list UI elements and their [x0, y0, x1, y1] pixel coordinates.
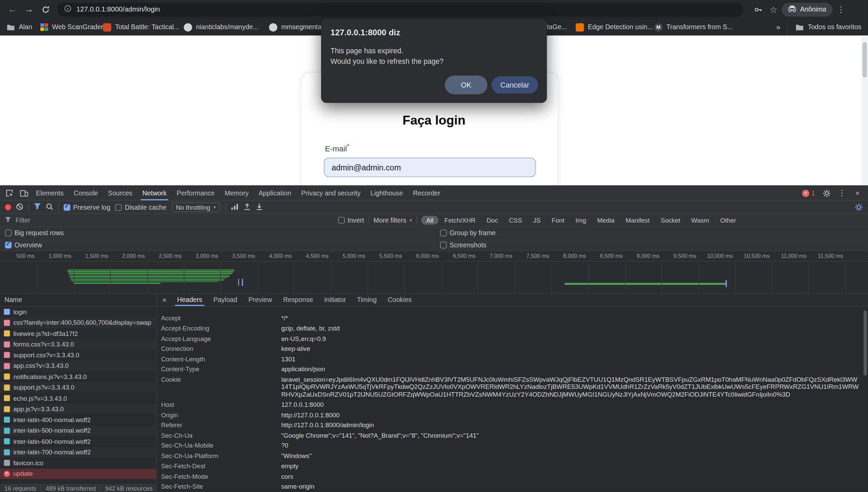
dialog-cancel-button[interactable]: Cancelar [492, 76, 538, 94]
header-value: http://127.0.0.1:8000 [281, 411, 868, 419]
bookmark-item[interactable]: M Transformers from S... [654, 19, 733, 35]
devtools-tab[interactable]: Sources [103, 186, 137, 200]
details-tab[interactable]: Payload [208, 294, 243, 306]
devtools-tab[interactable]: Privacy and security [296, 186, 365, 200]
import-har-icon[interactable] [243, 203, 251, 212]
password-key-icon[interactable] [751, 2, 765, 17]
bookmark-item[interactable]: Alan [7, 19, 32, 35]
request-type-chip[interactable]: Other [715, 216, 741, 225]
devtools-tab[interactable]: Recorder [408, 186, 445, 200]
network-request-row[interactable]: echo.js?v=3.3.43.0 [0, 393, 156, 404]
invert-checkbox[interactable]: Invert [338, 216, 364, 224]
browser-menu-icon[interactable]: ⋮ [837, 4, 845, 14]
network-request-row[interactable]: update [0, 468, 156, 479]
network-request-row[interactable]: support.js?v=3.3.43.0 [0, 382, 156, 393]
network-request-row[interactable]: inter-latin-500-normal.woff2 [0, 425, 156, 436]
network-settings-gear-icon[interactable] [851, 200, 866, 214]
record-icon[interactable] [5, 204, 11, 210]
dialog-ok-button[interactable]: OK [446, 76, 487, 94]
details-tab[interactable]: Headers [172, 294, 208, 306]
export-har-icon[interactable] [256, 203, 263, 212]
request-type-chip[interactable]: Socket [656, 216, 685, 225]
header-name: Sec-Fetch-Site [157, 483, 281, 491]
details-scrollbar-thumb[interactable] [864, 310, 867, 376]
forward-icon[interactable]: → [21, 2, 37, 17]
bookmark-item[interactable]: Web ScanGrader [40, 19, 103, 35]
network-conditions-icon[interactable] [231, 203, 239, 211]
screenshots-checkbox[interactable]: Screenshots [440, 239, 486, 250]
network-request-row[interactable]: app.css?v=3.3.43.0 [0, 360, 156, 371]
bookmark-label: taGe... [547, 23, 567, 31]
request-type-chip[interactable]: Img [571, 216, 591, 225]
bookmark-item[interactable]: Edge Detection usin... [576, 19, 653, 35]
throttling-dropdown[interactable]: No throttling ▾ [171, 203, 220, 212]
devtools-tab[interactable]: Memory [220, 186, 254, 200]
throttling-value: No throttling [176, 204, 210, 211]
email-input[interactable]: admin@admin.com [324, 158, 536, 177]
devtools-tab[interactable]: Elements [31, 186, 69, 200]
page-scrollbar[interactable] [861, 35, 868, 185]
device-toolbar-icon[interactable] [17, 186, 31, 200]
devtools-tab[interactable]: Lighthouse [366, 186, 408, 200]
bookmark-item[interactable]: Total Battle: Tactical... [103, 19, 179, 35]
network-request-row[interactable]: livewire.js?id=df3a17f2 [0, 328, 156, 339]
details-tab[interactable]: Initiator [318, 294, 351, 306]
bookmarks-overflow-chevron-icon[interactable]: » [776, 19, 780, 35]
request-type-chip[interactable]: Doc [482, 216, 503, 225]
request-type-chip[interactable]: JS [528, 216, 546, 225]
clear-icon[interactable] [16, 203, 23, 212]
back-icon[interactable]: ← [4, 2, 20, 17]
name-column-header[interactable]: Name [0, 294, 156, 307]
devtools-menu-icon[interactable]: ⋮ [835, 186, 849, 200]
request-type-chip[interactable]: All [421, 216, 438, 225]
group-by-frame-checkbox[interactable]: Group by frame [440, 227, 496, 239]
devtools-tab[interactable]: Console [69, 186, 103, 200]
request-type-chip[interactable]: CSS [504, 216, 527, 225]
request-type-chip[interactable]: Manifest [621, 216, 654, 225]
devtools-tab[interactable]: Application [254, 186, 296, 200]
reload-icon[interactable] [38, 2, 53, 17]
all-bookmarks-folder[interactable]: Todos os favoritos [787, 19, 861, 35]
bookmark-item[interactable]: nianticlabs/manyde... [184, 19, 258, 35]
filter-funnel-icon[interactable] [34, 203, 41, 211]
devtools-tab[interactable]: Performance [172, 186, 220, 200]
close-details-icon[interactable]: × [157, 295, 171, 305]
overview-checkbox[interactable]: Overview [5, 241, 42, 249]
devtools-settings-gear-icon[interactable] [819, 186, 833, 200]
details-tab[interactable]: Cookies [382, 294, 417, 306]
request-type-chip[interactable]: Font [547, 216, 569, 225]
bookmark-star-icon[interactable]: ☆ [770, 4, 777, 15]
request-type-chip[interactable]: Media [592, 216, 620, 225]
request-type-chip[interactable]: Wasm [686, 216, 714, 225]
details-tab[interactable]: Preview [243, 294, 277, 306]
bookmark-item[interactable]: taGe... [547, 19, 567, 35]
network-request-row[interactable]: notifications.js?v=3.3.43.0 [0, 371, 156, 382]
details-tab[interactable]: Response [278, 294, 319, 306]
network-request-row[interactable]: inter-latin-600-normal.woff2 [0, 436, 156, 447]
network-request-row[interactable]: app.js?v=3.3.43.0 [0, 404, 156, 415]
disable-cache-checkbox[interactable]: Disable cache [115, 203, 167, 211]
error-badge[interactable]: × 1 [802, 190, 815, 197]
filter-input[interactable]: Filter [16, 216, 30, 224]
network-request-row[interactable]: inter-latin-400-normal.woff2 [0, 414, 156, 425]
inspect-element-icon[interactable] [2, 186, 17, 200]
big-request-rows-checkbox[interactable]: Big request rows [5, 229, 64, 237]
devtools-tab[interactable]: Network [137, 186, 172, 200]
network-overview-timeline[interactable]: 500 ms1,000 ms1,500 ms2,000 ms2,500 ms3,… [0, 251, 868, 294]
request-type-chip[interactable]: Fetch/XHR [439, 216, 480, 225]
network-request-row[interactable]: inter-latin-700-normal.woff2 [0, 447, 156, 458]
preserve-log-checkbox[interactable]: Preserve log [64, 203, 111, 211]
site-info-icon[interactable] [64, 4, 71, 14]
network-request-row[interactable]: css?family=inter:400,500,600,700&display… [0, 317, 156, 328]
network-request-row[interactable]: support.css?v=3.3.43.0 [0, 350, 156, 361]
search-icon[interactable] [46, 203, 53, 212]
url-bar[interactable]: 127.0.0.1:8000/admin/login [58, 2, 743, 16]
devtools-close-icon[interactable]: × [850, 186, 865, 200]
network-request-row[interactable]: login [0, 306, 156, 317]
more-filters-button[interactable]: More filters ▾ [373, 216, 412, 224]
network-request-row[interactable]: forms.css?v=3.3.43.0 [0, 339, 156, 350]
details-tab[interactable]: Timing [351, 294, 382, 306]
header-row: Sec-Ch-Ua-Platform "Windows" [157, 451, 868, 461]
page-scrollbar-thumb[interactable] [863, 42, 867, 77]
network-request-row[interactable]: favicon.ico [0, 458, 156, 469]
